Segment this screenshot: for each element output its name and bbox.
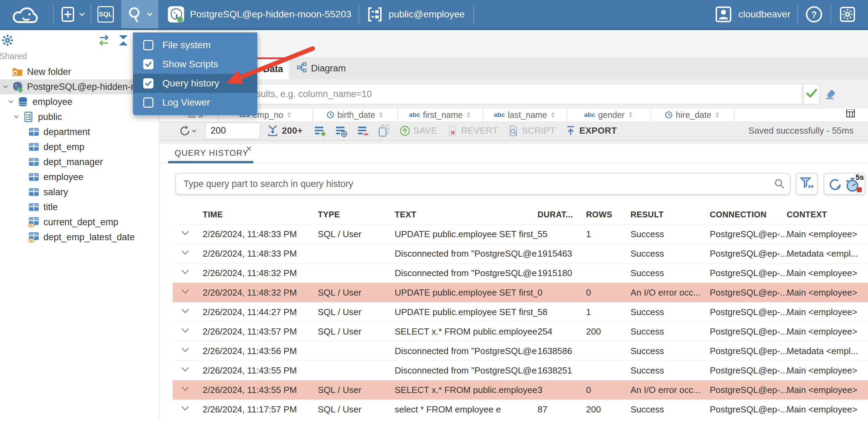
sort-icon[interactable] — [714, 111, 720, 119]
expand-chevron-icon[interactable] — [180, 345, 190, 354]
export-button[interactable]: EXPORT — [565, 125, 617, 137]
copy-icon[interactable] — [377, 124, 391, 138]
query-history-row[interactable]: 2/26/2024, 11:48:32 PM Disconnected from… — [173, 263, 868, 283]
menu-item-file-system[interactable]: File system — [133, 36, 257, 55]
tab-data[interactable]: Data — [257, 57, 289, 79]
qh-column-header-result[interactable]: RESULT — [630, 210, 710, 219]
tree-item-current-dept-emp[interactable]: current_dept_emp — [0, 215, 159, 230]
duplicate-row-icon[interactable] — [334, 124, 348, 138]
grid-column-header-first-name[interactable]: abcfirst_name — [398, 109, 483, 121]
tree-item-department[interactable]: department — [0, 124, 159, 139]
cell-time: 2/26/2024, 11:48:32 PM — [203, 268, 318, 279]
cell-result: Success — [630, 346, 710, 356]
sort-icon[interactable] — [378, 111, 384, 119]
query-history-row[interactable]: 2/26/2024, 11:17:57 PM SQL / User select… — [173, 399, 868, 419]
add-row-icon[interactable] — [313, 124, 327, 138]
query-history-row[interactable]: 2/26/2024, 11:48:33 PM SQL / User UPDATE… — [173, 224, 868, 244]
cell-result: Success — [630, 307, 710, 317]
expand-chevron-icon[interactable] — [180, 268, 190, 276]
qh-column-header-connection[interactable]: CONNECTION — [710, 210, 787, 219]
expand-chevron-icon[interactable] — [180, 287, 190, 296]
help-icon[interactable]: ? — [805, 5, 823, 23]
query-history-filter-button[interactable] — [796, 173, 818, 195]
divider — [473, 5, 474, 24]
sort-icon[interactable] — [286, 111, 292, 119]
expand-chevron-icon[interactable] — [180, 326, 190, 335]
tree-item-dept-manager[interactable]: dept_manager — [0, 154, 159, 169]
menu-item-log-viewer[interactable]: Log Viewer — [133, 93, 257, 112]
tree-item-dept-emp-latest-date[interactable]: dept_emp_latest_date — [0, 230, 159, 245]
new-object-button[interactable] — [60, 6, 76, 23]
script-button[interactable]: SCRIPT — [507, 125, 555, 137]
expand-chevron-icon[interactable] — [180, 404, 190, 413]
apply-filter-button[interactable] — [803, 84, 820, 104]
settings-gear-icon[interactable] — [839, 6, 856, 23]
query-history-row[interactable]: 2/26/2024, 11:43:55 PM Disconnected from… — [173, 361, 868, 380]
expand-chevron-icon[interactable] — [180, 229, 190, 237]
query-history-row[interactable]: 2/26/2024, 11:48:33 PM Disconnected from… — [173, 244, 868, 263]
cell-type: SQL / User — [318, 326, 395, 337]
collapse-all-icon[interactable] — [117, 34, 130, 48]
qh-column-header-durat[interactable]: DURAT... — [538, 210, 586, 219]
fetch-more-label: 200+ — [282, 125, 303, 136]
expand-chevron-icon[interactable] — [180, 307, 190, 315]
revert-button[interactable]: REVERT — [447, 125, 498, 137]
row-limit-input[interactable] — [205, 123, 260, 139]
tools-menu-button[interactable] — [121, 0, 158, 28]
query-history-row[interactable]: 2/26/2024, 11:48:32 PM SQL / User UPDATE… — [173, 283, 868, 302]
cell-connection: PostgreSQL@ep-... — [710, 307, 787, 317]
cell-rows: 200 — [586, 404, 630, 415]
clear-filter-eraser-icon[interactable] — [823, 86, 838, 101]
chevron-down-icon[interactable] — [7, 98, 17, 106]
chevron-down-icon[interactable] — [1, 83, 12, 91]
query-history-row[interactable]: 2/26/2024, 11:43:57 PM SQL / User SELECT… — [173, 322, 868, 341]
refresh-icon[interactable] — [828, 177, 843, 192]
menu-item-query-history[interactable]: Query history — [133, 74, 257, 93]
navigator-settings-gear-icon[interactable] — [1, 34, 14, 48]
grid-column-header-last-name[interactable]: abclast_name — [483, 109, 567, 121]
query-history-search-input[interactable] — [175, 173, 790, 195]
expand-chevron-icon[interactable] — [180, 248, 190, 257]
grid-settings-icon[interactable] — [845, 109, 856, 120]
menu-item-show-scripts[interactable]: Show Scripts — [133, 55, 257, 74]
tree-item-employee[interactable]: employee — [0, 169, 159, 185]
tree-item-label: title — [43, 202, 58, 213]
sync-connection-icon[interactable] — [97, 34, 111, 48]
sort-icon[interactable] — [627, 111, 634, 119]
connection-breadcrumb[interactable]: PostgreSQL@ep-hidden-moon-55203 — [190, 9, 351, 20]
table-icon — [28, 171, 40, 183]
delete-row-icon[interactable] — [356, 124, 370, 138]
refresh-results-button[interactable] — [179, 125, 197, 137]
user-name[interactable]: cloudbeaver — [738, 9, 790, 20]
tab-query-history[interactable]: QUERY HISTORY × — [168, 144, 253, 163]
grid-column-header-birth-date[interactable]: birth_date — [313, 109, 398, 121]
qh-column-header-time[interactable]: TIME — [203, 210, 318, 219]
user-avatar-icon[interactable] — [715, 6, 732, 23]
grid-column-header-hire-date[interactable]: hire_date — [651, 109, 735, 121]
tree-item-salary[interactable]: salary — [0, 185, 159, 200]
tree-item-title[interactable]: title — [0, 200, 159, 215]
qh-column-header-text[interactable]: TEXT — [395, 210, 538, 219]
query-history-row[interactable]: 2/26/2024, 11:44:27 PM SQL / User UPDATE… — [173, 302, 868, 322]
chevron-down-icon[interactable] — [12, 113, 23, 121]
sql-editor-button[interactable]: SQL — [97, 6, 114, 23]
tree-item-dept-emp[interactable]: dept_emp — [0, 139, 159, 154]
filter-expression-input[interactable] — [164, 84, 802, 104]
expand-chevron-icon[interactable] — [180, 365, 190, 374]
save-button[interactable]: SAVE — [399, 125, 437, 137]
qh-column-header-rows[interactable]: ROWS — [586, 210, 630, 219]
grid-column-header-gender[interactable]: abcgender — [567, 109, 651, 121]
query-history-row[interactable]: 2/26/2024, 11:43:55 PM SQL / User SELECT… — [173, 380, 868, 399]
qh-column-header-context[interactable]: CONTEXT — [787, 210, 868, 219]
sort-icon[interactable] — [550, 111, 556, 119]
qh-column-header-type[interactable]: TYPE — [318, 210, 395, 219]
database-icon — [17, 96, 29, 108]
close-icon[interactable]: × — [246, 143, 252, 154]
fetch-more-rows-button[interactable]: 200+ — [266, 124, 303, 137]
sort-icon[interactable] — [465, 111, 472, 119]
chevron-down-icon[interactable] — [78, 11, 86, 18]
expand-chevron-icon[interactable] — [180, 384, 190, 393]
query-history-row[interactable]: 2/26/2024, 11:43:56 PM Disconnected from… — [173, 341, 868, 361]
tab-diagram[interactable]: Diagram — [289, 57, 354, 79]
schema-breadcrumb[interactable]: public@employee — [389, 9, 465, 20]
